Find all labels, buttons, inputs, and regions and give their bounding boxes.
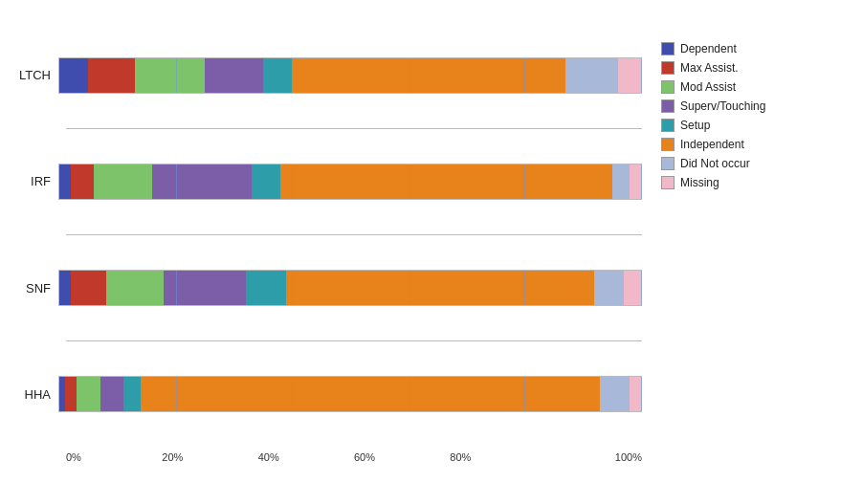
legend-swatch-1 <box>661 61 675 75</box>
segment-missing <box>618 58 641 93</box>
legend-label-2: Mod Assist <box>680 80 736 94</box>
legend-swatch-4 <box>661 119 675 132</box>
segment-dependent <box>59 164 71 199</box>
segment-setup <box>246 271 287 305</box>
segment-missing <box>624 271 641 305</box>
x-label-5: 100% <box>546 451 642 463</box>
legend-item-5: Independent <box>661 138 765 151</box>
bar-track-1 <box>58 164 642 200</box>
legend-item-2: Mod Assist <box>661 80 765 94</box>
segment-mod-assist <box>135 58 205 93</box>
legend-label-0: Dependent <box>680 42 737 55</box>
bar-row-snf: SNF <box>11 235 642 340</box>
segment-setup <box>123 377 141 411</box>
row-label-2: SNF <box>11 281 58 296</box>
legend-item-1: Max Assist. <box>661 61 765 75</box>
legend-item-4: Setup <box>661 119 765 132</box>
segment-dependent <box>59 58 88 93</box>
segment-missing <box>630 377 641 411</box>
segment-independent <box>286 271 594 305</box>
segment-did-not-occur <box>600 377 629 411</box>
legend-swatch-7 <box>661 176 675 189</box>
x-label-4: 80% <box>450 451 545 463</box>
segment-setup <box>252 164 280 199</box>
segment-superv-touching <box>152 164 251 199</box>
segment-setup <box>263 58 292 93</box>
legend-swatch-3 <box>661 99 675 113</box>
segment-superv-touching <box>164 271 245 305</box>
legend-item-0: Dependent <box>661 42 765 55</box>
x-label-1: 20% <box>162 451 257 463</box>
bar-row-irf: IRF <box>11 129 642 234</box>
row-label-3: HHA <box>11 387 58 402</box>
segment-mod-assist <box>77 377 100 411</box>
legend: DependentMax Assist.Mod AssistSuperv/Tou… <box>661 42 765 189</box>
segment-dependent <box>59 271 71 305</box>
x-label-3: 60% <box>354 451 450 463</box>
bar-track-0 <box>58 57 642 94</box>
legend-label-6: Did Not occur <box>680 157 750 170</box>
legend-swatch-2 <box>661 80 675 94</box>
bar-row-hha: HHA <box>11 341 642 447</box>
row-label-0: LTCH <box>11 68 58 82</box>
legend-label-4: Setup <box>680 119 710 132</box>
legend-label-7: Missing <box>680 176 719 189</box>
bar-row-ltch: LTCH <box>11 23 642 128</box>
legend-label-5: Independent <box>680 138 744 151</box>
x-label-0: 0% <box>66 451 162 463</box>
segment-independent <box>141 377 600 411</box>
bar-track-2 <box>58 270 642 306</box>
segment-max-assist- <box>88 58 135 93</box>
legend-swatch-5 <box>661 138 675 151</box>
x-label-2: 40% <box>258 451 354 463</box>
segment-max-assist- <box>71 164 94 199</box>
legend-item-3: Superv/Touching <box>661 99 765 113</box>
segment-did-not-occur <box>612 164 630 199</box>
bars-section: LTCHIRFSNFHHA <box>11 23 642 448</box>
legend-swatch-0 <box>661 42 675 55</box>
legend-item-7: Missing <box>661 176 765 189</box>
segment-mod-assist <box>106 271 165 305</box>
segment-did-not-occur <box>594 271 623 305</box>
segment-max-assist- <box>65 377 77 411</box>
chart-container: LTCHIRFSNFHHA 0%20%40%60%80%100% Depende… <box>11 13 852 492</box>
segment-did-not-occur <box>565 58 618 93</box>
legend-label-3: Superv/Touching <box>680 99 765 113</box>
legend-label-1: Max Assist. <box>680 61 739 75</box>
segment-superv-touching <box>100 377 123 411</box>
segment-mod-assist <box>94 164 152 199</box>
segment-missing <box>630 164 641 199</box>
row-label-1: IRF <box>11 174 58 188</box>
bar-track-3 <box>58 376 642 412</box>
segment-independent <box>280 164 612 199</box>
chart-area: LTCHIRFSNFHHA 0%20%40%60%80%100% <box>11 23 642 463</box>
legend-item-6: Did Not occur <box>661 157 765 170</box>
legend-swatch-6 <box>661 157 675 170</box>
x-axis: 0%20%40%60%80%100% <box>66 451 642 463</box>
segment-max-assist- <box>71 271 105 305</box>
segment-independent <box>292 58 565 93</box>
segment-superv-touching <box>205 58 263 93</box>
